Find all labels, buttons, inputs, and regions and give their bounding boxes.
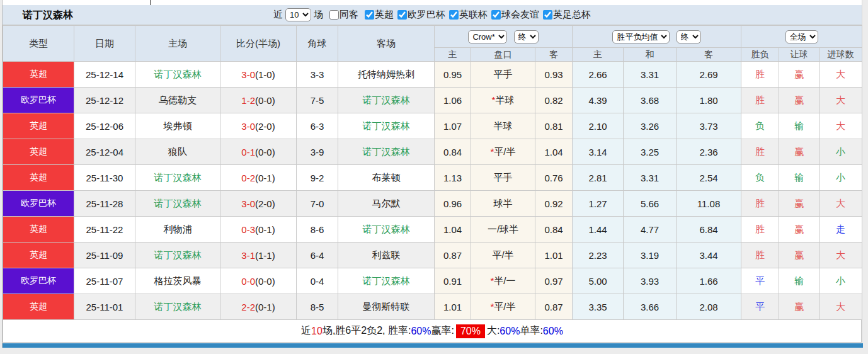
col-header-score: 比分(半场) [220,26,297,62]
match-row: 英超25-11-22利物浦0-3(0-1)8-6诺丁汉森林1.04一/球半0.8… [3,217,862,243]
europe-away-odds: 2.69 [677,62,741,88]
recent-prefix-label: 近 [273,9,283,21]
match-row: 欧罗巴杯25-11-07格拉茨风暴0-0(0-0)0-4诺丁汉森林0.91*半/… [3,268,862,294]
recent-suffix-label: 场 [314,9,323,21]
handicap-home-odds: 0.84 [435,139,471,165]
home-team-cell: 狼队 [135,139,220,165]
same-away-wrap: 同客 [326,9,358,21]
handicap-away-odds: 0.82 [535,88,573,113]
europe-away-odds: 2.54 [677,165,741,191]
europe-draw-odds: 3.31 [624,165,677,191]
match-row: 英超25-11-09诺丁汉森林3-1(1-1)6-4利兹联0.87平/半1.01… [3,243,862,268]
recent-count-select[interactable]: 10 [285,8,311,21]
goals-result: 小 [819,268,862,294]
sub-header-winloss: 胜负 [741,48,779,62]
table-body: 英超25-12-14诺丁汉森林3-0(1-0)3-3托特纳姆热刺0.95平手0.… [3,62,862,320]
score-cell: 1-2(0-0) [220,88,297,113]
date-cell: 25-11-07 [74,268,135,294]
europe-home-odds: 5.00 [573,268,624,294]
handicap-group-header: Crow* 终 [435,26,573,48]
europe-draw-odds: 3.31 [624,62,677,88]
handicap-home-odds: 1.04 [435,217,471,243]
handicap-away-odds: 0.92 [535,191,573,217]
handicap-away-odds: 0.84 [535,217,573,243]
result-group-header: 全场 [741,26,862,48]
fulltime-score: 0-3 [241,224,255,235]
europe-home-odds: 2.10 [573,113,624,139]
handicap-result: 赢 [779,62,819,88]
match-row: 英超25-12-06埃弗顿3-0(2-0)6-3诺丁汉森林1.07半球0.812… [3,113,862,139]
europe-away-odds: 3.73 [677,113,741,139]
goals-result: 大 [819,294,862,320]
handicap-result: 赢 [779,191,819,217]
league-badge: 英超 [3,217,74,243]
away-team-cell: 诺丁汉森林 [338,139,435,165]
handicap-change-star: * [490,275,494,286]
handicap-line-cell: *半/一 [471,268,535,294]
score-cell: 3-0(2-0) [220,113,297,139]
handicap-away-odds: 1.04 [535,139,573,165]
league-badge: 欧罗巴杯 [3,191,74,217]
europe-home-odds: 2.81 [573,165,624,191]
handicap-home-odds: 1.07 [435,113,471,139]
home-team-cell: 诺丁汉森林 [135,62,220,88]
sub-header-euro-draw: 和 [624,48,677,62]
fulltime-score: 3-0 [241,69,255,80]
home-team-cell: 诺丁汉森林 [135,165,220,191]
europe-time-select[interactable]: 终 [677,30,701,43]
away-team-cell: 利兹联 [338,243,435,268]
handicap-company-select[interactable]: Crow* [468,30,507,43]
handicap-line-cell: *半球 [471,88,535,113]
sub-header-handicap-result: 让球 [779,48,819,62]
winloss-result: 负 [741,165,779,191]
europe-odds-select[interactable]: 胜平负均值 [612,30,670,43]
away-team-cell: 托特纳姆热刺 [338,62,435,88]
halftime-score: (0-1) [255,302,275,312]
sub-header-hcap-away: 客 [535,48,573,62]
handicap-line-cell: 球半 [471,191,535,217]
fulltime-score: 1-2 [241,95,255,106]
date-cell: 25-11-28 [74,191,135,217]
handicap-line-cell: 一/球半 [471,217,535,243]
europe-draw-odds: 3.68 [624,88,677,113]
fulltime-score: 2-2 [241,302,255,312]
halftime-score: (1-1) [255,250,275,261]
league-checkbox[interactable] [491,10,501,20]
handicap-away-odds: 0.81 [535,113,573,139]
halftime-score: (0-1) [255,173,275,183]
goals-result: 大 [819,88,862,113]
handicap-change-star: * [490,301,494,312]
sub-header-euro-home: 主 [573,48,624,62]
winloss-result: 胜 [741,88,779,113]
date-cell: 25-12-04 [74,139,135,165]
match-stats-panel: 诺丁汉森林 近 10 场 同客 英超欧罗巴杯英联杯球会友谊英足总杯 类型 日期 … [2,0,862,348]
league-checkbox[interactable] [543,10,552,20]
europe-home-odds: 3.14 [573,139,624,165]
handicap-change-star: * [492,94,496,105]
winloss-result: 胜 [741,139,779,165]
league-checkbox-group: 英超欧罗巴杯英联杯球会友谊英足总杯 [361,9,591,21]
league-badge: 英超 [3,165,74,191]
winloss-result: 负 [741,113,779,139]
halftime-score: (2-0) [255,198,275,209]
league-label: 欧罗巴杯 [408,9,445,21]
handicap-result: 赢 [779,139,819,165]
corner-cell: 3-3 [297,62,338,88]
table-header: 类型 日期 主场 比分(半场) 角球 客场 Crow* 终 胜平负均值 终 全场 [3,26,862,62]
europe-draw-odds: 3.25 [624,139,677,165]
same-away-checkbox[interactable] [329,10,339,20]
europe-home-odds: 1.44 [573,217,624,243]
handicap-time-select[interactable]: 终 [514,30,539,43]
result-scope-select[interactable]: 全场 [785,30,818,43]
handicap-away-odds: 0.93 [535,62,573,88]
league-checkbox[interactable] [449,10,459,20]
halftime-score: (1-0) [255,69,275,80]
sub-header-goals: 进球数 [819,48,862,62]
league-checkbox[interactable] [365,10,374,20]
summary-text: 近 [301,324,311,338]
league-filter: 英足总杯 [539,9,591,21]
europe-draw-odds: 5.66 [624,191,677,217]
winloss-result: 平 [741,268,779,294]
handicap-line-cell: *平/半 [471,294,535,320]
league-checkbox[interactable] [397,10,407,20]
